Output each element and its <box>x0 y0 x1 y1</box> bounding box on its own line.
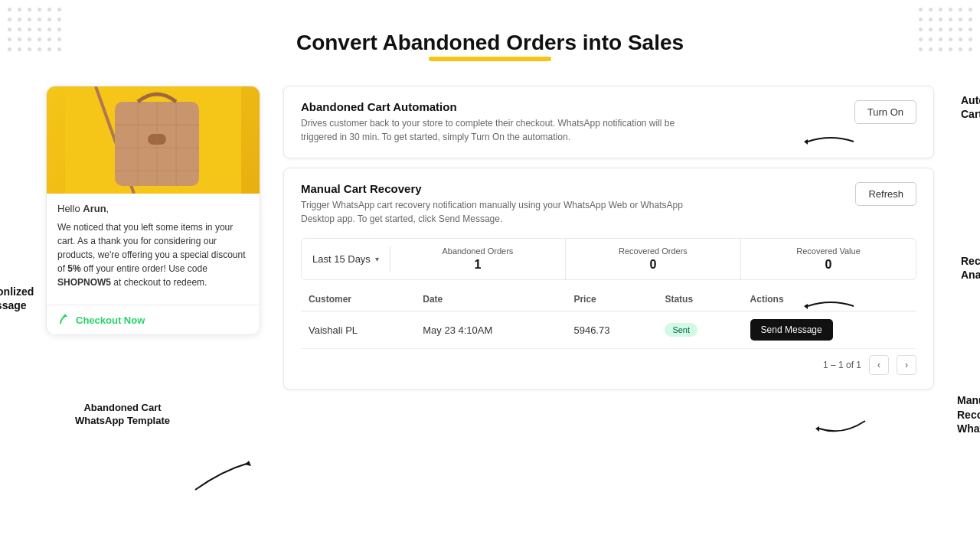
orders-table: Customer Date Price Status Actions Vaish… <box>301 288 916 349</box>
chevron-down-icon: ▾ <box>375 255 379 263</box>
label-automated-cart-recovery: AutomatedCart Recovery <box>961 93 980 121</box>
abandoned-cart-title: Abandoned Cart Automation <box>301 100 684 113</box>
pagination-info: 1 – 1 of 1 <box>823 360 861 370</box>
svg-marker-10 <box>63 314 67 317</box>
analytics-row: Last 15 Days ▾ Abandoned Orders 1 Recove… <box>301 238 916 280</box>
svg-marker-12 <box>245 461 251 466</box>
whatsapp-card: Hello Arun, We noticed that you left som… <box>46 86 260 335</box>
arrow-abandoned-cart <box>191 455 253 494</box>
abandoned-orders-stat: Abandoned Orders 1 <box>390 239 566 279</box>
title-underline <box>429 57 551 61</box>
label-manual-cart-recovery: Manual CartRecovery usingWhatsApp Web <box>957 393 980 435</box>
decorative-dots-tr <box>919 8 972 51</box>
msg-text: We noticed that you left some items in y… <box>57 220 249 289</box>
checkout-section: Checkout Now <box>47 305 260 334</box>
status-badge: Sent <box>665 323 697 337</box>
page-title: Convert Abandoned Orders into Sales <box>296 31 684 55</box>
manual-cart-info: Manual Cart Recovery Trigger WhatsApp ca… <box>301 182 684 226</box>
decorative-dots-tl <box>8 8 61 51</box>
manual-cart-title: Manual Cart Recovery <box>301 182 684 195</box>
pagination: 1 – 1 of 1 ‹ › <box>301 349 916 375</box>
col-price: Price <box>566 288 657 311</box>
recovered-value-stat: Recovered Value 0 <box>741 239 916 279</box>
col-actions: Actions <box>743 288 916 311</box>
date-filter[interactable]: Last 15 Days ▾ <box>302 246 390 272</box>
label-abandoned-cart: Abandoned CartWhatsApp Template <box>46 402 199 428</box>
cell-actions: Send Message <box>743 311 916 349</box>
checkout-arrow-icon <box>57 313 71 327</box>
label-recovery-analytics: RecoveryAnalytics <box>961 254 980 282</box>
col-date: Date <box>415 288 566 311</box>
table-body: Vaishali PL May 23 4:10AM 5946.73 Sent S… <box>301 311 916 349</box>
right-panel: Abandoned Cart Automation Drives custome… <box>283 86 934 390</box>
manual-cart-desc: Trigger WhatsApp cart recovery notificat… <box>301 198 684 226</box>
label-personlized: PersonlizedMessage <box>0 285 38 312</box>
cell-date: May 23 4:10AM <box>415 311 566 349</box>
refresh-button[interactable]: Refresh <box>855 182 916 206</box>
left-panel: PersonlizedMessage <box>46 86 260 390</box>
next-page-button[interactable]: › <box>897 355 916 375</box>
cell-status: Sent <box>657 311 742 349</box>
recovered-orders-stat: Recovered Orders 0 <box>566 239 741 279</box>
abandoned-cart-card: Abandoned Cart Automation Drives custome… <box>283 86 934 158</box>
abandoned-cart-info: Abandoned Cart Automation Drives custome… <box>301 100 684 144</box>
prev-page-button[interactable]: ‹ <box>869 355 889 375</box>
manual-cart-card: Manual Cart Recovery Trigger WhatsApp ca… <box>283 168 934 390</box>
turn-on-button[interactable]: Turn On <box>854 100 916 124</box>
checkout-link[interactable]: Checkout Now <box>76 315 145 326</box>
table-header: Customer Date Price Status Actions <box>301 288 916 311</box>
abandoned-cart-header: Abandoned Cart Automation Drives custome… <box>301 100 916 144</box>
cell-price: 5946.73 <box>566 311 657 349</box>
table-row: Vaishali PL May 23 4:10AM 5946.73 Sent S… <box>301 311 916 349</box>
message-body: Hello Arun, We noticed that you left som… <box>47 194 260 305</box>
page-header: Convert Abandoned Orders into Sales <box>0 0 980 70</box>
send-message-button[interactable]: Send Message <box>750 319 833 341</box>
bag-image <box>47 86 260 194</box>
col-status: Status <box>657 288 742 311</box>
msg-greeting: Hello Arun, <box>57 203 249 214</box>
main-content: PersonlizedMessage <box>0 70 980 390</box>
abandoned-cart-desc: Drives customer back to your store to co… <box>301 116 684 144</box>
arrow-manual <box>812 406 873 452</box>
col-customer: Customer <box>301 288 415 311</box>
cell-customer: Vaishali PL <box>301 311 415 349</box>
svg-marker-15 <box>815 426 819 432</box>
manual-cart-header: Manual Cart Recovery Trigger WhatsApp ca… <box>301 182 916 226</box>
